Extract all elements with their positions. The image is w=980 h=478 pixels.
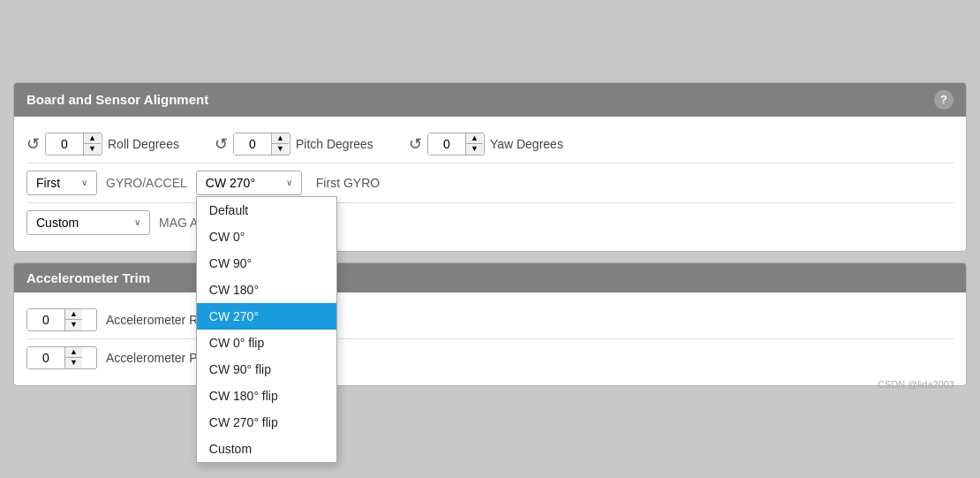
- accel-pitch-row: ▲ ▼ Accelerometer Pitch: [26, 339, 954, 376]
- accel-roll-down-arrow[interactable]: ▼: [65, 320, 82, 330]
- first-dropdown-value: First: [36, 176, 60, 190]
- cw-dropdown-btn[interactable]: CW 270° ∨: [196, 171, 302, 195]
- cw-dropdown-menu: Default CW 0° CW 90° CW 180° CW 270° CW …: [196, 196, 337, 463]
- yaw-up-arrow[interactable]: ▲: [466, 133, 483, 145]
- gyro-accel-label: GYRO/ACCEL: [106, 176, 187, 190]
- accel-roll-row: ▲ ▼ Accelerometer Roll: [26, 301, 954, 339]
- accel-pitch-down-arrow[interactable]: ▼: [65, 358, 82, 368]
- menu-item-default[interactable]: Default: [197, 197, 336, 224]
- yaw-label: Yaw Degrees: [490, 137, 563, 151]
- custom-dropdown-group: Custom ∨: [26, 210, 150, 235]
- yaw-spinbox[interactable]: ▲ ▼: [427, 133, 485, 156]
- pitch-label: Pitch Degrees: [296, 137, 373, 151]
- menu-item-cw90[interactable]: CW 90°: [197, 250, 336, 277]
- mag-alignment-row: Custom ∨ MAG Alignment: [26, 203, 954, 242]
- accel-pitch-arrows: ▲ ▼: [64, 347, 82, 368]
- roll-label: Roll Degrees: [108, 137, 179, 151]
- yaw-input[interactable]: [428, 133, 465, 155]
- cw-dropdown-group: CW 270° ∨ Default CW 0° CW 90° CW 180° C…: [196, 171, 302, 195]
- accel-roll-up-arrow[interactable]: ▲: [65, 309, 82, 321]
- roll-down-arrow[interactable]: ▼: [84, 144, 101, 155]
- pitch-arrows: ▲ ▼: [271, 133, 289, 155]
- yaw-down-arrow[interactable]: ▼: [466, 144, 483, 155]
- menu-item-cw270[interactable]: CW 270°: [197, 303, 336, 330]
- panel-body-alignment: ↺ ▲ ▼ Roll Degrees ↺: [14, 117, 966, 251]
- menu-item-cw180flip[interactable]: CW 180° flip: [197, 383, 336, 409]
- accel-pitch-up-arrow[interactable]: ▲: [65, 347, 82, 359]
- pitch-spinbox[interactable]: ▲ ▼: [233, 133, 290, 156]
- board-sensor-alignment-panel: Board and Sensor Alignment ? ↺ ▲ ▼: [13, 82, 967, 252]
- pitch-up-arrow[interactable]: ▲: [272, 133, 289, 145]
- menu-item-cw90flip[interactable]: CW 90° flip: [197, 356, 336, 383]
- accel-roll-input[interactable]: [27, 309, 64, 330]
- menu-item-cw0flip[interactable]: CW 0° flip: [197, 330, 336, 356]
- accel-pitch-input[interactable]: [27, 347, 64, 368]
- roll-arrows: ▲ ▼: [83, 133, 101, 155]
- reset-roll-icon[interactable]: ↺: [26, 134, 40, 154]
- help-icon[interactable]: ?: [934, 90, 954, 110]
- reset-pitch-icon[interactable]: ↺: [215, 134, 228, 154]
- menu-item-cw0[interactable]: CW 0°: [197, 224, 336, 250]
- custom-dropdown-value: Custom: [36, 216, 79, 230]
- menu-item-cw180[interactable]: CW 180°: [197, 277, 336, 303]
- yaw-arrows: ▲ ▼: [465, 133, 483, 155]
- first-chevron-icon: ∨: [81, 178, 87, 187]
- accel-pitch-spinbox[interactable]: ▲ ▼: [26, 346, 97, 369]
- roll-group: ↺ ▲ ▼ Roll Degrees: [26, 133, 179, 156]
- cw-dropdown-value: CW 270°: [206, 176, 255, 190]
- first-gyro-label: First GYRO: [316, 176, 380, 190]
- panel-header-accel-trim: Accelerometer Trim: [14, 263, 966, 292]
- pitch-down-arrow[interactable]: ▼: [272, 144, 289, 155]
- yaw-group: ↺ ▲ ▼ Yaw Degrees: [409, 133, 563, 156]
- gyro-accel-row: First ∨ GYRO/ACCEL CW 270° ∨ Default CW …: [26, 163, 954, 203]
- watermark: CSDN @lida2003: [878, 379, 954, 390]
- degrees-row: ↺ ▲ ▼ Roll Degrees ↺: [26, 125, 954, 163]
- first-dropdown-btn[interactable]: First ∨: [26, 171, 97, 195]
- pitch-group: ↺ ▲ ▼ Pitch Degrees: [215, 133, 373, 156]
- accel-trim-panel: Accelerometer Trim ▲ ▼ Accelerometer Rol…: [13, 262, 967, 386]
- pitch-input[interactable]: [234, 133, 271, 155]
- first-dropdown-group: First ∨: [26, 171, 97, 195]
- custom-chevron-icon: ∨: [134, 217, 140, 227]
- roll-spinbox[interactable]: ▲ ▼: [45, 133, 102, 156]
- reset-yaw-icon[interactable]: ↺: [409, 134, 422, 154]
- panel-header-alignment: Board and Sensor Alignment ?: [14, 83, 966, 117]
- roll-up-arrow[interactable]: ▲: [84, 133, 101, 145]
- panel-title-accel-trim: Accelerometer Trim: [26, 270, 150, 285]
- menu-item-cw270flip[interactable]: CW 270° flip: [197, 409, 336, 436]
- cw-chevron-icon: ∨: [286, 178, 292, 187]
- panel-body-accel-trim: ▲ ▼ Accelerometer Roll ▲ ▼ Accelerometer…: [14, 292, 966, 385]
- accel-roll-label: Accelerometer Roll: [106, 313, 210, 327]
- panel-title-alignment: Board and Sensor Alignment: [26, 92, 208, 107]
- menu-item-custom[interactable]: Custom: [197, 436, 336, 462]
- roll-input[interactable]: [46, 133, 83, 155]
- accel-roll-spinbox[interactable]: ▲ ▼: [26, 308, 97, 331]
- custom-dropdown-btn[interactable]: Custom ∨: [26, 210, 150, 235]
- accel-roll-arrows: ▲ ▼: [64, 309, 82, 330]
